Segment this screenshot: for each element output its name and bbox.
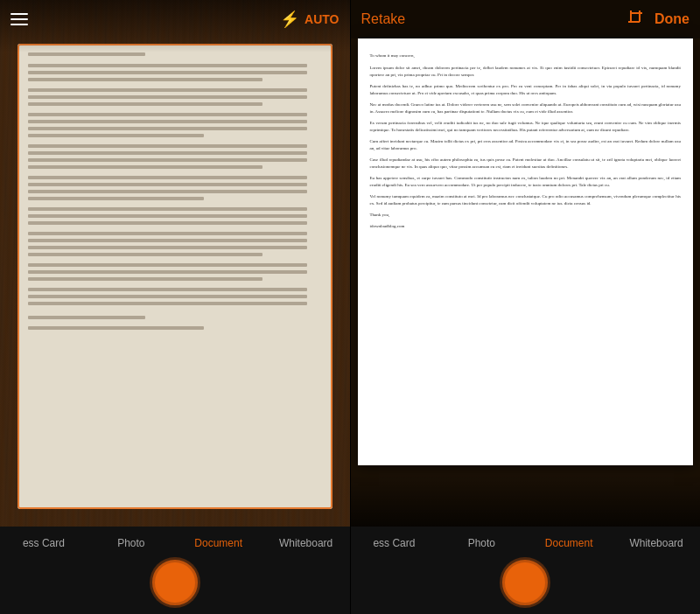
doc-line bbox=[28, 52, 145, 56]
tab-photo-left[interactable]: Photo bbox=[88, 534, 175, 553]
capture-button-left[interactable] bbox=[152, 560, 198, 605]
scanned-doc-content: To whom it may concern, Lorem ipsum dolo… bbox=[370, 52, 682, 230]
capture-btn-area-right bbox=[502, 560, 548, 605]
doc-line bbox=[28, 239, 307, 242]
left-camera-view bbox=[0, 0, 350, 527]
auto-label[interactable]: AUTO bbox=[304, 12, 339, 26]
doc-line bbox=[28, 253, 262, 256]
doc-line bbox=[28, 190, 307, 193]
doc-line bbox=[28, 263, 307, 267]
left-panel: ⚡ AUTO bbox=[0, 0, 351, 614]
doc-paragraph-4: Cum affert invidunt nectarque cu. Mazim … bbox=[370, 138, 682, 152]
right-tabs-row: ess Card Photo Document Whiteboard bbox=[351, 527, 701, 553]
flash-controls[interactable]: ⚡ AUTO bbox=[280, 10, 339, 29]
doc-line bbox=[28, 127, 307, 130]
right-camera-view: To whom it may concern, Lorem ipsum dolo… bbox=[351, 0, 701, 527]
left-top-bar: ⚡ AUTO bbox=[0, 0, 350, 38]
right-camera-bg: To whom it may concern, Lorem ipsum dolo… bbox=[351, 0, 701, 527]
doc-line bbox=[28, 165, 262, 169]
doc-signature: idownloadblog.com bbox=[370, 223, 682, 230]
scanned-document: To whom it may concern, Lorem ipsum dolo… bbox=[358, 38, 694, 465]
doc-paragraph-3: Ex verum pertinacia forensibus vel, veli… bbox=[370, 120, 682, 134]
doc-paragraph-6: Eu has appetere sensibus, et carpe iuvar… bbox=[370, 175, 682, 189]
doc-line bbox=[28, 246, 307, 249]
crop-icon[interactable] bbox=[626, 9, 644, 31]
doc-line bbox=[28, 78, 262, 81]
tab-document-left[interactable]: Document bbox=[175, 534, 262, 553]
doc-line bbox=[28, 95, 307, 99]
doc-line bbox=[28, 316, 145, 319]
hamburger-line-2 bbox=[10, 18, 28, 20]
doc-paragraph-7: Vel nonumy tamquam equidem ea, mazim con… bbox=[370, 193, 682, 207]
right-panel: Retake Done To whom it may concern, Lore… bbox=[351, 0, 701, 614]
left-bottom-bar: ess Card Photo Document Whiteboard bbox=[0, 527, 350, 614]
tab-business-card-right[interactable]: ess Card bbox=[351, 534, 438, 553]
doc-line bbox=[28, 288, 307, 291]
right-bottom-bar: ess Card Photo Document Whiteboard bbox=[351, 527, 701, 614]
tab-whiteboard-right[interactable]: Whiteboard bbox=[612, 534, 700, 553]
vignette-bottom-right bbox=[351, 474, 701, 527]
done-button[interactable]: Done bbox=[654, 11, 690, 27]
retake-button[interactable]: Retake bbox=[361, 11, 406, 27]
doc-line bbox=[28, 221, 307, 225]
right-top-bar: Retake Done bbox=[351, 0, 701, 38]
tab-whiteboard-left[interactable]: Whiteboard bbox=[262, 534, 350, 553]
doc-line bbox=[28, 326, 204, 330]
doc-line bbox=[28, 295, 307, 298]
doc-line bbox=[28, 64, 307, 67]
doc-line bbox=[28, 88, 307, 92]
doc-line bbox=[28, 214, 307, 218]
left-camera-bg bbox=[0, 0, 350, 527]
left-tabs-row: ess Card Photo Document Whiteboard bbox=[0, 527, 350, 553]
doc-line bbox=[28, 197, 204, 200]
doc-line bbox=[28, 102, 262, 106]
doc-line bbox=[28, 277, 262, 281]
doc-paragraph-0: Lorem ipsum dolor sit amet, dicam dolore… bbox=[370, 65, 682, 79]
doc-line bbox=[28, 176, 307, 179]
hamburger-line-3 bbox=[10, 24, 28, 25]
doc-paragraph-5: Case illud repudiandae at usu, his cibo … bbox=[370, 157, 682, 171]
tab-document-right[interactable]: Document bbox=[525, 534, 612, 553]
flash-icon[interactable]: ⚡ bbox=[280, 10, 299, 29]
doc-line bbox=[28, 120, 307, 123]
doc-line bbox=[28, 183, 307, 186]
document-overlay bbox=[18, 44, 332, 509]
hamburger-icon[interactable] bbox=[10, 13, 28, 25]
doc-line bbox=[28, 207, 307, 211]
tab-business-card-left[interactable]: ess Card bbox=[0, 534, 88, 553]
doc-line bbox=[28, 151, 307, 155]
doc-thankyou: Thank you, bbox=[370, 212, 682, 219]
capture-btn-area-left bbox=[152, 560, 198, 605]
hamburger-menu[interactable] bbox=[10, 13, 28, 25]
doc-paragraph-2: Nec at modus docendi. Graeco latine ius … bbox=[370, 101, 682, 115]
doc-line bbox=[28, 302, 307, 305]
right-top-actions: Done bbox=[626, 9, 690, 31]
doc-salutation: To whom it may concern, bbox=[370, 52, 682, 59]
doc-line bbox=[28, 270, 307, 274]
capture-button-right[interactable] bbox=[502, 560, 548, 605]
doc-line bbox=[28, 158, 307, 162]
doc-line bbox=[28, 113, 307, 116]
hamburger-line-1 bbox=[10, 13, 28, 15]
doc-line bbox=[28, 134, 204, 137]
doc-paragraph-1: Putent definiebas has te, no adhuc primo… bbox=[370, 83, 682, 97]
tab-photo-right[interactable]: Photo bbox=[438, 534, 525, 553]
doc-line bbox=[28, 144, 307, 148]
doc-line bbox=[28, 232, 307, 235]
doc-line bbox=[28, 71, 307, 74]
